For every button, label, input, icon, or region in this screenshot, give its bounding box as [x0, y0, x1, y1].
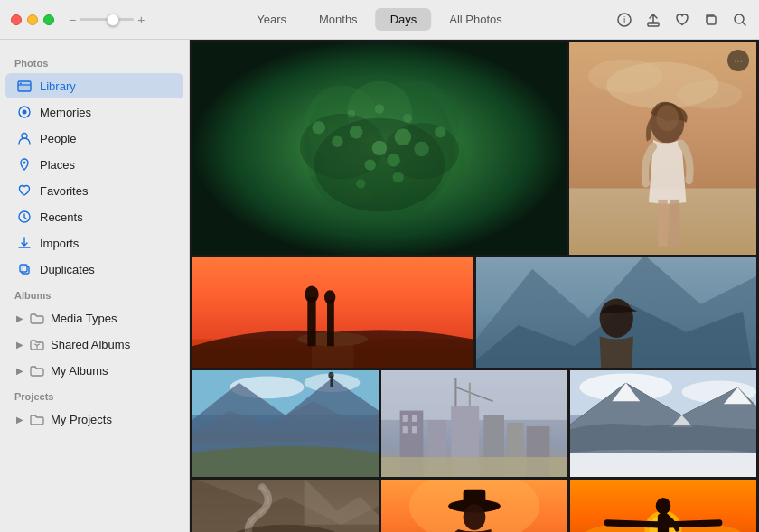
svg-rect-3: [707, 16, 716, 24]
sidebar-group-media-types[interactable]: ▶ Media Types: [5, 305, 183, 331]
sidebar-item-recents[interactable]: Recents: [5, 204, 183, 229]
chevron-icon: ▶: [16, 340, 23, 350]
sidebar-item-places[interactable]: Places: [5, 152, 183, 177]
favorite-icon[interactable]: [674, 12, 690, 28]
more-options-button[interactable]: ···: [727, 50, 749, 71]
memories-label: Memories: [40, 106, 91, 119]
svg-point-33: [414, 142, 429, 157]
zoom-plus-icon[interactable]: +: [137, 13, 145, 27]
share-icon[interactable]: [645, 12, 661, 28]
chevron-icon: ▶: [16, 313, 23, 323]
sidebar-item-imports[interactable]: Imports: [5, 230, 183, 256]
svg-point-93: [464, 504, 486, 530]
info-icon[interactable]: i: [616, 12, 632, 28]
grid-row-3: [192, 370, 756, 477]
shared-folder-icon: [29, 336, 45, 352]
svg-point-35: [392, 172, 403, 182]
favorites-icon: [16, 182, 33, 199]
photo-winding-road[interactable]: [192, 480, 379, 532]
svg-point-7: [20, 83, 22, 85]
svg-rect-82: [381, 457, 567, 477]
media-types-label: Media Types: [51, 312, 117, 325]
tab-all-photos[interactable]: All Photos: [435, 8, 517, 31]
slider-track[interactable]: [80, 18, 134, 21]
photo-woman-beach[interactable]: ···: [569, 42, 756, 255]
svg-rect-78: [403, 415, 408, 422]
svg-text:i: i: [623, 15, 625, 25]
imports-icon: [16, 235, 33, 251]
svg-point-40: [403, 114, 412, 123]
shared-albums-label: Shared Albums: [51, 338, 130, 351]
places-icon: [16, 156, 33, 173]
svg-line-101: [607, 523, 658, 525]
people-label: People: [40, 132, 76, 145]
duplicate-icon[interactable]: [703, 12, 719, 28]
my-projects-label: My Projects: [51, 413, 112, 426]
photo-snow-mountains[interactable]: [570, 370, 756, 477]
titlebar: − + Years Months Days All Photos i: [0, 0, 759, 40]
svg-point-11: [23, 162, 26, 164]
library-label: Library: [40, 79, 76, 93]
close-button[interactable]: [11, 14, 22, 25]
sidebar-group-my-projects[interactable]: ▶ My Projects: [5, 406, 183, 432]
svg-point-57: [324, 290, 335, 304]
svg-point-55: [305, 286, 319, 303]
grid-row-4: [192, 480, 756, 532]
photo-forest-aerial[interactable]: [192, 42, 567, 255]
section-projects-label: Projects: [0, 384, 189, 406]
sidebar-group-shared-albums[interactable]: ▶ Shared Albums: [5, 331, 183, 357]
main-content: Photos Library Memories: [0, 40, 759, 532]
svg-point-43: [588, 60, 663, 93]
svg-point-31: [387, 154, 399, 166]
svg-rect-6: [18, 81, 31, 91]
maximize-button[interactable]: [43, 14, 54, 25]
grid-row-2: [192, 257, 756, 368]
favorites-label: Favorites: [40, 184, 88, 198]
folder-icon: [29, 310, 45, 326]
sidebar-item-memories[interactable]: Memories: [5, 99, 183, 125]
svg-point-32: [332, 136, 342, 147]
sidebar-group-my-albums[interactable]: ▶ My Albums: [5, 358, 183, 383]
chevron-icon: ▶: [16, 366, 23, 376]
photo-mountains-lake[interactable]: [192, 370, 379, 477]
memories-icon: [16, 104, 33, 120]
folder-icon: [29, 411, 45, 427]
svg-rect-2: [648, 23, 659, 26]
photo-sunset-silhouette[interactable]: [192, 257, 473, 368]
library-icon: [16, 78, 33, 94]
recents-icon: [16, 209, 33, 225]
slider-thumb[interactable]: [107, 14, 119, 26]
sidebar-item-people[interactable]: People: [5, 126, 183, 151]
svg-rect-80: [403, 426, 408, 433]
minimize-button[interactable]: [27, 14, 38, 25]
sidebar-item-duplicates[interactable]: Duplicates: [5, 257, 183, 282]
photo-castle-town[interactable]: [381, 370, 567, 477]
svg-point-28: [350, 126, 362, 138]
photo-woman-arms-out[interactable]: [570, 480, 756, 532]
section-photos-label: Photos: [0, 51, 189, 72]
svg-point-49: [656, 105, 679, 131]
chevron-icon: ▶: [16, 415, 23, 425]
svg-point-59: [599, 298, 632, 337]
svg-point-66: [328, 372, 333, 378]
svg-point-38: [375, 104, 384, 113]
search-icon[interactable]: [732, 12, 748, 28]
photo-woman-hat-sunset[interactable]: [381, 480, 567, 532]
svg-point-37: [435, 126, 445, 137]
svg-rect-14: [20, 265, 27, 272]
sidebar-item-favorites[interactable]: Favorites: [5, 178, 183, 203]
photo-woman-mountains[interactable]: [476, 257, 757, 368]
sidebar-item-library[interactable]: Library: [5, 73, 183, 98]
svg-rect-48: [670, 200, 679, 247]
tab-months[interactable]: Months: [305, 8, 372, 31]
svg-point-29: [395, 128, 412, 145]
tab-years[interactable]: Years: [242, 8, 301, 31]
recents-label: Recents: [40, 210, 83, 224]
tab-days[interactable]: Days: [376, 8, 432, 31]
places-label: Places: [40, 158, 75, 172]
traffic-lights: [0, 14, 54, 25]
zoom-slider[interactable]: − +: [69, 13, 145, 27]
zoom-minus-icon[interactable]: −: [69, 13, 76, 27]
my-albums-label: My Albums: [51, 364, 108, 378]
folder-icon: [29, 362, 45, 378]
